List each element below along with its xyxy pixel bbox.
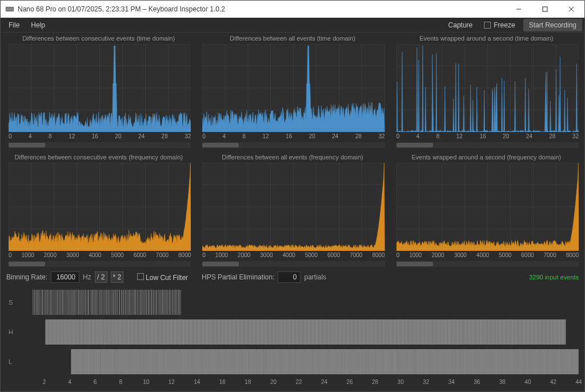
hps-label: HPS Partial Elimination: [202,273,274,281]
plot-x-axis: 048121620242832 [396,133,579,140]
plot-scrollbar[interactable] [396,142,579,148]
plot-scrollbar[interactable] [9,142,191,148]
binning-rate-label: Binning Rate: [6,273,47,281]
control-bar: Binning Rate: 16000 Hz / 2 * 2 Low Cut F… [4,269,581,285]
plot-canvas[interactable] [9,44,191,132]
plot-canvas[interactable] [202,163,384,251]
plot-2[interactable]: Events wrapped around a second (time dom… [392,34,581,148]
binning-mul2-button[interactable]: * 2 [111,271,123,283]
plot-canvas[interactable] [202,44,384,132]
timeline-row-S[interactable]: S [19,290,579,315]
checkbox-icon [484,22,491,29]
menu-file[interactable]: File [3,19,25,31]
freeze-label: Freeze [494,21,515,29]
timeline-row-label: L [9,358,12,365]
binning-div2-button[interactable]: / 2 [95,271,107,283]
plot-5[interactable]: Events wrapped around a second (frequenc… [392,153,581,267]
title-bar: Nano 68 Pro on 01/07/2025, 2:23:31 PM – … [1,1,584,18]
low-cut-checkbox[interactable]: Low Cut Filter [137,273,188,282]
checkbox-icon [137,273,144,280]
menu-bar: File Help Capture Freeze Start Recording [1,18,584,33]
plot-x-axis: 010002000300040005000600070008000 [9,252,191,259]
timeline-row-label: H [9,329,13,335]
plot-canvas[interactable] [396,163,579,251]
plot-title: Events wrapped around a second (time dom… [392,34,581,44]
timeline-row-L[interactable]: L [19,349,579,374]
plot-scrollbar[interactable] [396,261,579,267]
timeline-canvas[interactable] [19,319,579,345]
svg-rect-3 [543,7,547,11]
plot-canvas[interactable] [9,163,191,251]
timeline-row-label: S [9,299,13,306]
timeline-row-H[interactable]: H [19,319,579,345]
start-recording-button[interactable]: Start Recording [523,19,582,31]
freeze-checkbox[interactable]: Freeze [478,21,520,29]
plot-x-axis: 010002000300040005000600070008000 [396,252,579,259]
binning-rate-input[interactable]: 16000 [51,271,79,283]
close-button[interactable] [558,1,584,18]
input-events-status: 3290 input events [529,274,579,281]
menu-help[interactable]: Help [25,19,51,31]
capture-button[interactable]: Capture [443,19,479,31]
plot-grid: Differences between consecutive events (… [4,34,581,267]
app-icon [5,5,14,14]
plot-title: Events wrapped around a second (frequenc… [392,153,581,163]
plot-title: Differences between consecutive events (… [4,34,193,44]
plot-scrollbar[interactable] [9,261,191,267]
svg-rect-1 [6,7,13,11]
plot-3[interactable]: Differences between consecutive events (… [4,153,193,267]
plot-title: Differences between all events (time dom… [198,34,387,44]
plot-1[interactable]: Differences between all events (time dom… [198,34,387,148]
plot-x-axis: 048121620242832 [202,133,384,140]
binning-rate-unit: Hz [83,273,91,281]
plot-0[interactable]: Differences between consecutive events (… [4,34,193,148]
plot-x-axis: 010002000300040005000600070008000 [202,252,384,259]
timeline-canvas[interactable] [39,349,579,374]
window-title: Nano 68 Pro on 01/07/2025, 2:23:31 PM – … [18,5,506,13]
low-cut-label: Low Cut Filter [146,274,188,282]
timeline-panel: SHL2468101214161820222426283032343638404… [4,287,581,388]
plot-scrollbar[interactable] [202,142,384,148]
plot-title: Differences between all events (frequenc… [198,153,387,163]
plot-scrollbar[interactable] [202,261,384,267]
timeline-x-axis: 2468101214161820222426283032343638404244 [19,379,579,388]
plot-x-axis: 048121620242832 [9,133,191,140]
hps-unit: partials [304,273,326,281]
plot-canvas[interactable] [396,44,579,132]
minimize-button[interactable] [506,1,532,18]
plot-title: Differences between consecutive events (… [4,153,193,163]
timeline-canvas[interactable] [19,290,579,315]
hps-input[interactable]: 0 [278,271,300,283]
plot-4[interactable]: Differences between all events (frequenc… [198,153,387,267]
maximize-button[interactable] [532,1,558,18]
